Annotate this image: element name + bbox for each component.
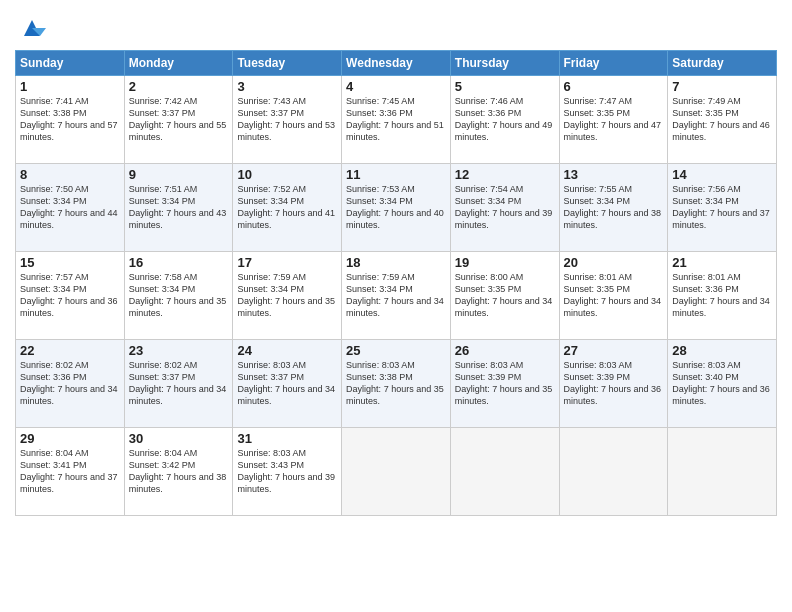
day-number: 24	[237, 343, 337, 358]
day-info: Sunrise: 7:55 AMSunset: 3:34 PMDaylight:…	[564, 183, 664, 232]
day-info: Sunrise: 8:01 AMSunset: 3:36 PMDaylight:…	[672, 271, 772, 320]
day-number: 27	[564, 343, 664, 358]
day-info: Sunrise: 7:50 AMSunset: 3:34 PMDaylight:…	[20, 183, 120, 232]
day-number: 25	[346, 343, 446, 358]
calendar-day-cell: 3Sunrise: 7:43 AMSunset: 3:37 PMDaylight…	[233, 76, 342, 164]
day-number: 29	[20, 431, 120, 446]
day-number: 6	[564, 79, 664, 94]
day-info: Sunrise: 8:03 AMSunset: 3:39 PMDaylight:…	[455, 359, 555, 408]
calendar-day-cell: 20Sunrise: 8:01 AMSunset: 3:35 PMDayligh…	[559, 252, 668, 340]
day-info: Sunrise: 8:00 AMSunset: 3:35 PMDaylight:…	[455, 271, 555, 320]
day-info: Sunrise: 7:41 AMSunset: 3:38 PMDaylight:…	[20, 95, 120, 144]
day-number: 30	[129, 431, 229, 446]
day-info: Sunrise: 7:51 AMSunset: 3:34 PMDaylight:…	[129, 183, 229, 232]
calendar-day-cell: 6Sunrise: 7:47 AMSunset: 3:35 PMDaylight…	[559, 76, 668, 164]
day-info: Sunrise: 7:42 AMSunset: 3:37 PMDaylight:…	[129, 95, 229, 144]
calendar-day-cell: 17Sunrise: 7:59 AMSunset: 3:34 PMDayligh…	[233, 252, 342, 340]
calendar-day-cell	[342, 428, 451, 516]
day-info: Sunrise: 7:58 AMSunset: 3:34 PMDaylight:…	[129, 271, 229, 320]
calendar-week-row: 8Sunrise: 7:50 AMSunset: 3:34 PMDaylight…	[16, 164, 777, 252]
calendar-day-cell: 10Sunrise: 7:52 AMSunset: 3:34 PMDayligh…	[233, 164, 342, 252]
calendar-day-cell: 5Sunrise: 7:46 AMSunset: 3:36 PMDaylight…	[450, 76, 559, 164]
day-info: Sunrise: 8:04 AMSunset: 3:41 PMDaylight:…	[20, 447, 120, 496]
weekday-header-wednesday: Wednesday	[342, 51, 451, 76]
day-number: 23	[129, 343, 229, 358]
calendar-day-cell: 18Sunrise: 7:59 AMSunset: 3:34 PMDayligh…	[342, 252, 451, 340]
logo-icon	[18, 14, 46, 42]
calendar-day-cell	[450, 428, 559, 516]
day-info: Sunrise: 8:02 AMSunset: 3:37 PMDaylight:…	[129, 359, 229, 408]
day-number: 26	[455, 343, 555, 358]
day-number: 5	[455, 79, 555, 94]
day-info: Sunrise: 7:43 AMSunset: 3:37 PMDaylight:…	[237, 95, 337, 144]
calendar-day-cell: 16Sunrise: 7:58 AMSunset: 3:34 PMDayligh…	[124, 252, 233, 340]
weekday-header-saturday: Saturday	[668, 51, 777, 76]
day-number: 12	[455, 167, 555, 182]
calendar-day-cell: 19Sunrise: 8:00 AMSunset: 3:35 PMDayligh…	[450, 252, 559, 340]
day-info: Sunrise: 7:52 AMSunset: 3:34 PMDaylight:…	[237, 183, 337, 232]
calendar-day-cell: 31Sunrise: 8:03 AMSunset: 3:43 PMDayligh…	[233, 428, 342, 516]
day-info: Sunrise: 8:03 AMSunset: 3:39 PMDaylight:…	[564, 359, 664, 408]
calendar-day-cell: 7Sunrise: 7:49 AMSunset: 3:35 PMDaylight…	[668, 76, 777, 164]
day-info: Sunrise: 7:46 AMSunset: 3:36 PMDaylight:…	[455, 95, 555, 144]
day-info: Sunrise: 8:03 AMSunset: 3:37 PMDaylight:…	[237, 359, 337, 408]
calendar-day-cell: 25Sunrise: 8:03 AMSunset: 3:38 PMDayligh…	[342, 340, 451, 428]
day-info: Sunrise: 8:03 AMSunset: 3:38 PMDaylight:…	[346, 359, 446, 408]
day-info: Sunrise: 7:47 AMSunset: 3:35 PMDaylight:…	[564, 95, 664, 144]
calendar-day-cell: 14Sunrise: 7:56 AMSunset: 3:34 PMDayligh…	[668, 164, 777, 252]
day-info: Sunrise: 8:03 AMSunset: 3:40 PMDaylight:…	[672, 359, 772, 408]
calendar-day-cell: 8Sunrise: 7:50 AMSunset: 3:34 PMDaylight…	[16, 164, 125, 252]
day-number: 3	[237, 79, 337, 94]
calendar-week-row: 1Sunrise: 7:41 AMSunset: 3:38 PMDaylight…	[16, 76, 777, 164]
day-number: 4	[346, 79, 446, 94]
calendar-day-cell: 13Sunrise: 7:55 AMSunset: 3:34 PMDayligh…	[559, 164, 668, 252]
day-info: Sunrise: 7:57 AMSunset: 3:34 PMDaylight:…	[20, 271, 120, 320]
day-number: 16	[129, 255, 229, 270]
calendar-day-cell: 15Sunrise: 7:57 AMSunset: 3:34 PMDayligh…	[16, 252, 125, 340]
calendar-week-row: 15Sunrise: 7:57 AMSunset: 3:34 PMDayligh…	[16, 252, 777, 340]
day-info: Sunrise: 7:54 AMSunset: 3:34 PMDaylight:…	[455, 183, 555, 232]
calendar-day-cell: 29Sunrise: 8:04 AMSunset: 3:41 PMDayligh…	[16, 428, 125, 516]
day-info: Sunrise: 8:03 AMSunset: 3:43 PMDaylight:…	[237, 447, 337, 496]
weekday-header-sunday: Sunday	[16, 51, 125, 76]
calendar-week-row: 22Sunrise: 8:02 AMSunset: 3:36 PMDayligh…	[16, 340, 777, 428]
calendar-day-cell: 27Sunrise: 8:03 AMSunset: 3:39 PMDayligh…	[559, 340, 668, 428]
day-info: Sunrise: 7:53 AMSunset: 3:34 PMDaylight:…	[346, 183, 446, 232]
day-info: Sunrise: 7:49 AMSunset: 3:35 PMDaylight:…	[672, 95, 772, 144]
day-info: Sunrise: 8:01 AMSunset: 3:35 PMDaylight:…	[564, 271, 664, 320]
day-number: 22	[20, 343, 120, 358]
day-number: 31	[237, 431, 337, 446]
day-number: 10	[237, 167, 337, 182]
day-number: 15	[20, 255, 120, 270]
calendar-day-cell	[668, 428, 777, 516]
weekday-header-tuesday: Tuesday	[233, 51, 342, 76]
calendar-day-cell: 28Sunrise: 8:03 AMSunset: 3:40 PMDayligh…	[668, 340, 777, 428]
day-info: Sunrise: 7:59 AMSunset: 3:34 PMDaylight:…	[346, 271, 446, 320]
day-number: 14	[672, 167, 772, 182]
day-info: Sunrise: 7:45 AMSunset: 3:36 PMDaylight:…	[346, 95, 446, 144]
day-number: 18	[346, 255, 446, 270]
page: SundayMondayTuesdayWednesdayThursdayFrid…	[0, 0, 792, 612]
day-number: 8	[20, 167, 120, 182]
calendar-day-cell	[559, 428, 668, 516]
header	[15, 10, 777, 42]
day-number: 9	[129, 167, 229, 182]
day-number: 20	[564, 255, 664, 270]
day-info: Sunrise: 8:02 AMSunset: 3:36 PMDaylight:…	[20, 359, 120, 408]
day-number: 19	[455, 255, 555, 270]
calendar-table: SundayMondayTuesdayWednesdayThursdayFrid…	[15, 50, 777, 516]
day-number: 11	[346, 167, 446, 182]
calendar-day-cell: 26Sunrise: 8:03 AMSunset: 3:39 PMDayligh…	[450, 340, 559, 428]
calendar-day-cell: 9Sunrise: 7:51 AMSunset: 3:34 PMDaylight…	[124, 164, 233, 252]
logo	[15, 14, 46, 42]
day-number: 21	[672, 255, 772, 270]
day-number: 13	[564, 167, 664, 182]
weekday-header-friday: Friday	[559, 51, 668, 76]
weekday-header-monday: Monday	[124, 51, 233, 76]
calendar-day-cell: 22Sunrise: 8:02 AMSunset: 3:36 PMDayligh…	[16, 340, 125, 428]
calendar-week-row: 29Sunrise: 8:04 AMSunset: 3:41 PMDayligh…	[16, 428, 777, 516]
calendar-day-cell: 30Sunrise: 8:04 AMSunset: 3:42 PMDayligh…	[124, 428, 233, 516]
calendar-day-cell: 12Sunrise: 7:54 AMSunset: 3:34 PMDayligh…	[450, 164, 559, 252]
calendar-day-cell: 21Sunrise: 8:01 AMSunset: 3:36 PMDayligh…	[668, 252, 777, 340]
calendar-day-cell: 23Sunrise: 8:02 AMSunset: 3:37 PMDayligh…	[124, 340, 233, 428]
